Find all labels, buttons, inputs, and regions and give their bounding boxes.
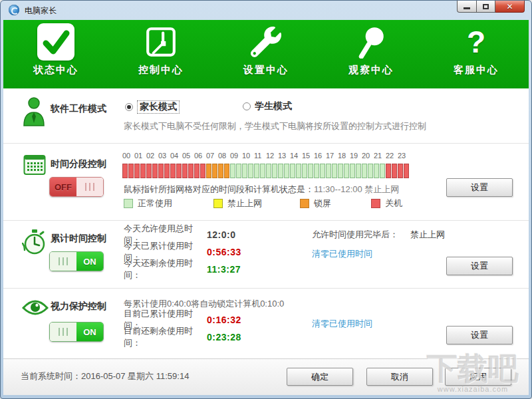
tab-observe-center[interactable]: 观察中心 — [319, 20, 424, 88]
apply-button[interactable]: 应用 — [445, 368, 511, 386]
time-block-shutdown[interactable] — [122, 164, 128, 178]
time-block-normal[interactable] — [236, 164, 241, 178]
tab-support-center[interactable]: ?客服中心 — [424, 20, 529, 88]
time-block-lock[interactable] — [218, 164, 223, 178]
time-segment-toggle[interactable]: OFF — [49, 177, 104, 197]
time-block-normal[interactable] — [230, 164, 235, 178]
time-block-shutdown[interactable] — [392, 164, 397, 178]
section-time-segment: 时间分段控制 OFF 00010203040506070809101112131… — [3, 143, 529, 221]
time-block-shutdown[interactable] — [398, 164, 403, 178]
section-cumulative-time: 累计时间控制 ON 今天允许使用总时间：12:0:0今天已累计使用时间：0:56… — [3, 220, 529, 289]
time-block-lock[interactable] — [224, 164, 229, 178]
time-block-normal[interactable] — [272, 164, 277, 178]
time-block-normal[interactable] — [284, 164, 289, 178]
time-block-normal[interactable] — [368, 164, 373, 178]
after-time-rule: 允许时间使用完毕后：禁止上网 — [312, 226, 445, 243]
work-mode-title: 软件工作模式 — [51, 103, 106, 115]
minimize-icon — [464, 7, 470, 9]
time-block-shutdown[interactable] — [158, 164, 164, 178]
time-block-shutdown[interactable] — [152, 164, 158, 178]
time-block-lock[interactable] — [206, 164, 211, 178]
time-block-shutdown[interactable] — [134, 164, 140, 178]
time-block-shutdown[interactable] — [194, 164, 200, 178]
time-block-normal[interactable] — [374, 164, 379, 178]
eye-protection-toggle[interactable]: ON — [49, 322, 104, 342]
time-block-normal[interactable] — [332, 164, 337, 178]
time-block-shutdown[interactable] — [128, 164, 134, 178]
hour-label: 10 — [242, 152, 254, 160]
time-block-shutdown[interactable] — [386, 164, 391, 178]
time-block-normal[interactable] — [302, 164, 307, 178]
legend-label: 禁止上网 — [227, 198, 262, 209]
time-block-normal[interactable] — [278, 164, 283, 178]
system-time: 当前系统时间：2016-05-07 星期六 11:59:14 — [21, 370, 189, 382]
clock-icon — [144, 20, 178, 64]
time-block-shutdown[interactable] — [146, 164, 152, 178]
cumulative-settings-button[interactable]: 设置 — [446, 257, 513, 275]
minimize-button[interactable] — [457, 1, 477, 13]
time-block-shutdown[interactable] — [188, 164, 194, 178]
hour-label: 08 — [218, 152, 230, 160]
tab-control-center[interactable]: 控制中心 — [108, 20, 213, 88]
time-block-lock[interactable] — [212, 164, 217, 178]
time-block-normal[interactable] — [326, 164, 331, 178]
time-block-shutdown[interactable] — [404, 164, 409, 178]
radio-student-mode[interactable]: 学生模式 — [243, 100, 292, 112]
eye-reset-link[interactable]: 清零已使用时间 — [312, 318, 372, 330]
time-block-normal[interactable] — [350, 164, 355, 178]
check-icon — [37, 20, 74, 64]
hour-label: 00 — [122, 152, 134, 160]
close-button[interactable]: ✕ — [495, 1, 525, 13]
cumulative-toggle[interactable]: ON — [49, 251, 104, 271]
tab-status-center[interactable]: 状态中心 — [3, 20, 108, 88]
time-block-normal[interactable] — [290, 164, 295, 178]
time-block-shutdown[interactable] — [200, 164, 205, 178]
main-nav: 状态中心控制中心设置中心观察中心?客服中心 — [3, 20, 529, 88]
maximize-button[interactable] — [477, 1, 495, 13]
time-block-normal[interactable] — [338, 164, 343, 178]
time-block-normal[interactable] — [254, 164, 259, 178]
time-block-shutdown[interactable] — [176, 164, 182, 178]
hour-label: 03 — [158, 152, 170, 160]
time-block-normal[interactable] — [344, 164, 349, 178]
time-block-shutdown[interactable] — [170, 164, 176, 178]
time-block-normal[interactable] — [266, 164, 271, 178]
time-block-normal[interactable] — [260, 164, 265, 178]
hour-label: 11 — [254, 152, 266, 160]
legend-swatch — [213, 199, 223, 208]
time-block-shutdown[interactable] — [164, 164, 170, 178]
cumulative-title: 累计时间控制 — [51, 233, 106, 245]
time-block-shutdown[interactable] — [182, 164, 188, 178]
ok-button[interactable]: 确定 — [287, 368, 353, 386]
time-block-normal[interactable] — [380, 164, 385, 178]
time-block-normal[interactable] — [362, 164, 367, 178]
legend-label: 正常使用 — [138, 198, 172, 209]
time-block-normal[interactable] — [242, 164, 247, 178]
radio-parent-mode[interactable]: 家长模式 — [125, 100, 180, 114]
time-segment-title: 时间分段控制 — [51, 158, 106, 170]
toggle-on-label: ON — [76, 323, 103, 341]
time-block-normal[interactable] — [248, 164, 253, 178]
legend-label: 锁屏 — [314, 198, 331, 209]
legend-swatch — [300, 199, 309, 208]
hour-label: 21 — [374, 152, 386, 160]
section-work-mode: 软件工作模式 家长模式 学生模式 家长模式下电脑不受任何限制，学生模式下电脑将按… — [3, 88, 529, 143]
time-block-shutdown[interactable] — [140, 164, 146, 178]
time-block-normal[interactable] — [314, 164, 319, 178]
time-block-normal[interactable] — [308, 164, 313, 178]
calendar-grid-icon — [23, 154, 46, 176]
legend-item: 正常使用 — [124, 198, 213, 209]
cancel-button[interactable]: 取消 — [366, 368, 433, 386]
magnifier-icon — [354, 20, 388, 64]
time-block-normal[interactable] — [320, 164, 325, 178]
cumulative-reset-link[interactable]: 清零已使用时间 — [312, 248, 372, 260]
time-segment-settings-button[interactable]: 设置 — [446, 178, 513, 197]
time-block-normal[interactable] — [356, 164, 361, 178]
eye-settings-button[interactable]: 设置 — [446, 326, 513, 344]
hour-label: 07 — [206, 152, 218, 160]
work-mode-description: 家长模式下电脑不受任何限制，学生模式下电脑将按所设置的控制方式进行控制 — [124, 120, 426, 132]
time-block-normal[interactable] — [296, 164, 301, 178]
maximize-icon — [483, 4, 489, 9]
tab-settings-center[interactable]: 设置中心 — [213, 20, 319, 88]
close-icon: ✕ — [506, 2, 513, 11]
